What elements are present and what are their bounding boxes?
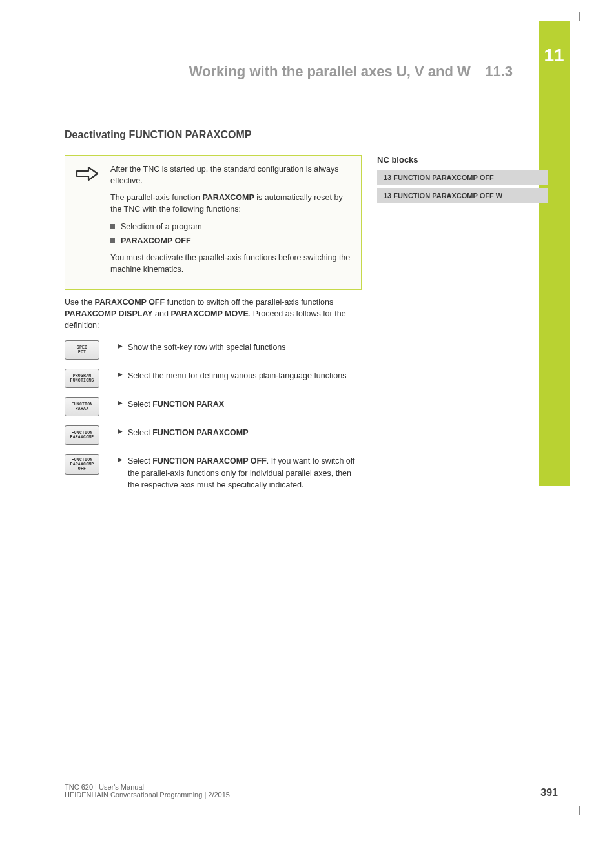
header-section: 11.3 <box>485 63 513 79</box>
note-bullet: PARAXCOMP OFF <box>110 235 352 247</box>
crop-mark <box>571 806 580 815</box>
note-body: After the TNC is started up, the standar… <box>110 163 352 280</box>
note-p2: The parallel-axis function PARAXCOMP is … <box>110 192 352 215</box>
footer-left: TNC 620 | User's Manual HEIDENHAIN Conve… <box>65 783 230 799</box>
softkey-function-parax: FUNCTION PARAX <box>65 397 99 416</box>
step-text: Select FUNCTION PARAXCOMP <box>118 425 362 438</box>
intro-paragraph: Use the PARAXCOMP OFF function to switch… <box>65 296 362 331</box>
step-row: PROGRAM FUNCTIONS Select the menu for de… <box>65 369 362 388</box>
section-title: Deactivating FUNCTION PARAXCOMP <box>65 129 549 141</box>
page-header: Working with the parallel axes U, V and … <box>65 63 526 80</box>
page-number: 391 <box>540 787 558 799</box>
nc-blocks-title: NC blocks <box>377 155 548 165</box>
note-bullet: Selection of a program <box>110 221 352 232</box>
nc-block-row: 13 FUNCTION PARAXCOMP OFF <box>377 170 548 185</box>
crop-mark <box>26 12 35 21</box>
footer-line2: HEIDENHAIN Conversational Programming | … <box>65 791 230 799</box>
step-row: SPEC FCT Show the soft-key row with spec… <box>65 340 362 360</box>
step-text: Select FUNCTION PARAX <box>118 397 362 410</box>
steps-list: SPEC FCT Show the soft-key row with spec… <box>65 340 362 490</box>
step-text: Show the soft-key row with special funct… <box>118 340 362 353</box>
step-row: FUNCTION PARAXCOMP Select FUNCTION PARAX… <box>65 425 362 445</box>
note-p1: After the TNC is started up, the standar… <box>110 163 352 187</box>
step-row: FUNCTION PARAXCOMP OFF Select FUNCTION P… <box>65 454 362 490</box>
softkey-function-paraxcomp-off: FUNCTION PARAXCOMP OFF <box>65 454 99 475</box>
crop-mark <box>571 12 580 21</box>
crop-mark <box>26 806 35 815</box>
page-footer: TNC 620 | User's Manual HEIDENHAIN Conve… <box>65 783 558 799</box>
footer-line1: TNC 620 | User's Manual <box>65 783 230 791</box>
step-row: FUNCTION PARAX Select FUNCTION PARAX <box>65 397 362 416</box>
step-text: Select the menu for defining various pla… <box>118 369 362 382</box>
note-p3: You must deactivate the parallel-axis fu… <box>110 252 352 275</box>
nc-block-row: 13 FUNCTION PARAXCOMP OFF W <box>377 188 548 203</box>
softkey-function-paraxcomp: FUNCTION PARAXCOMP <box>65 425 99 445</box>
chapter-number: 11 <box>539 21 570 66</box>
page-content: Deactivating FUNCTION PARAXCOMP After th… <box>65 129 549 500</box>
softkey-program-functions: PROGRAM FUNCTIONS <box>65 369 99 388</box>
note-box: After the TNC is started up, the standar… <box>65 155 362 290</box>
header-title: Working with the parallel axes U, V and … <box>189 63 471 79</box>
step-text: Select FUNCTION PARAXCOMP OFF. If you wa… <box>118 454 362 490</box>
arrow-right-icon <box>74 163 101 280</box>
note-bullet-list: Selection of a program PARAXCOMP OFF <box>110 221 352 247</box>
softkey-spec-fct: SPEC FCT <box>65 340 99 360</box>
